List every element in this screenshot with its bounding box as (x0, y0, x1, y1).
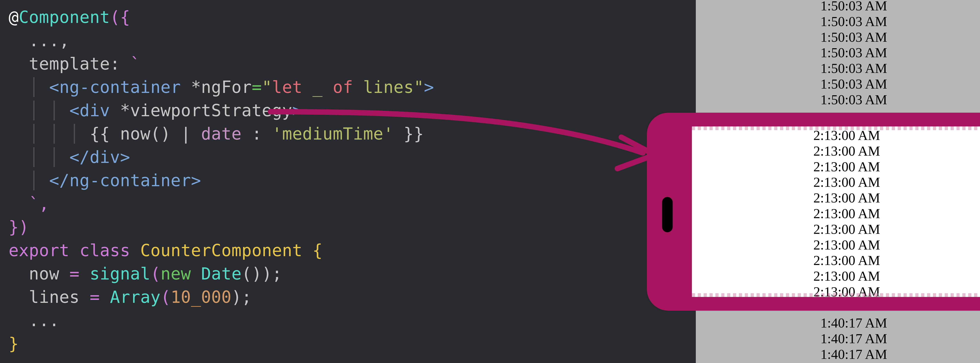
time-line-stale: 1:50:03 AM (696, 45, 980, 61)
time-line-stale: 1:40:17 AM (696, 362, 980, 363)
time-line-fresh: 2:13:00 AM (813, 284, 880, 297)
div-close: </div> (69, 147, 130, 167)
time-line-stale: 1:50:03 AM (696, 0, 980, 14)
time-line-fresh: 2:13:00 AM (813, 253, 880, 268)
decorator-close: }) (9, 217, 29, 237)
time-line-stale: 1:40:17 AM (696, 315, 980, 331)
template-key: template: (29, 54, 120, 73)
time-line-stale: 1:40:17 AM (696, 331, 980, 347)
code-ellipsis: ..., (29, 31, 69, 50)
time-line-stale: 1:50:03 AM (696, 92, 980, 108)
viewport-strategy-directive: *viewportStrategy (110, 101, 292, 120)
phone-frame: 2:13:00 AM2:13:00 AM2:13:00 AM2:13:00 AM… (647, 113, 980, 310)
time-line-fresh: 2:13:00 AM (813, 190, 880, 206)
div-open: <div (69, 101, 110, 120)
stage: @Component({ ..., template: ` │ <ng-cont… (0, 0, 980, 363)
time-line-stale: 1:50:03 AM (696, 14, 980, 29)
stale-times-bottom: 1:40:17 AM1:40:17 AM1:40:17 AM1:40:17 AM (696, 315, 980, 363)
viewport-times: 2:13:00 AM2:13:00 AM2:13:00 AM2:13:00 AM… (692, 126, 980, 297)
time-line-fresh: 2:13:00 AM (813, 159, 880, 175)
phone-speaker-icon (662, 197, 673, 232)
time-line-stale: 1:40:17 AM (696, 347, 980, 362)
ng-container-close: </ng-container> (49, 171, 201, 190)
class-name: CounterComponent (130, 241, 302, 260)
code-editor[interactable]: @Component({ ..., template: ` │ <ng-cont… (0, 0, 696, 363)
time-line-fresh: 2:13:00 AM (813, 143, 880, 159)
time-line-stale: 1:50:03 AM (696, 29, 980, 45)
decorator-name: Component (19, 8, 110, 27)
time-line-fresh: 2:13:00 AM (813, 206, 880, 221)
ng-container-open: <ng-container (49, 77, 181, 97)
phone-screen[interactable]: 2:13:00 AM2:13:00 AM2:13:00 AM2:13:00 AM… (692, 126, 980, 297)
time-line-stale: 1:50:03 AM (696, 76, 980, 92)
time-line-fresh: 2:13:00 AM (813, 268, 880, 284)
time-line-fresh: 2:13:00 AM (813, 174, 880, 190)
decorator-at: @ (9, 8, 19, 27)
time-line-stale: 1:50:03 AM (696, 61, 980, 76)
stale-times-top: 1:50:03 AM1:50:03 AM1:50:03 AM1:50:03 AM… (696, 0, 980, 108)
decorator-open: ({ (110, 8, 130, 27)
time-line-fresh: 2:13:00 AM (813, 221, 880, 237)
time-line-fresh: 2:13:00 AM (813, 127, 880, 143)
time-line-fresh: 2:13:00 AM (813, 237, 880, 253)
